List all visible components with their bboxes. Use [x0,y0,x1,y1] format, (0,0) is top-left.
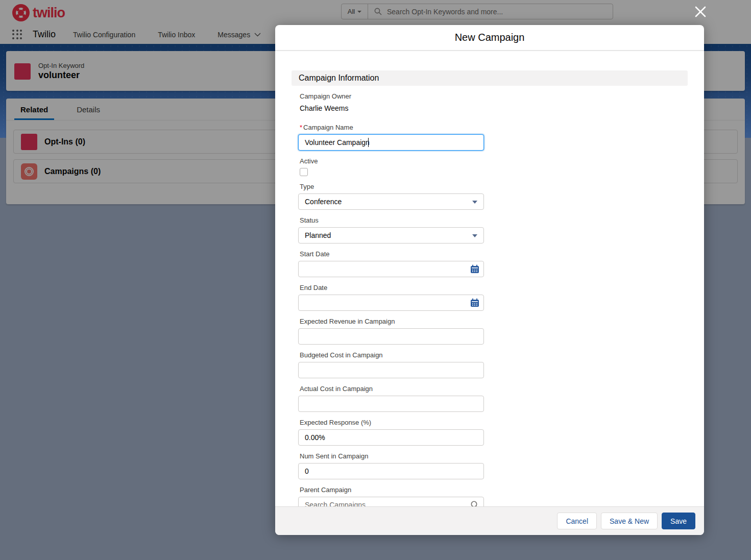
save-button[interactable]: Save [662,513,695,529]
campaign-name-input[interactable] [298,134,484,151]
type-select[interactable]: Conference [298,193,484,210]
modal-body: Campaign Information Campaign Owner Char… [275,52,704,506]
status-select[interactable]: Planned [298,227,484,244]
field-label: Campaign Owner [300,92,484,101]
modal-header: New Campaign [275,25,704,51]
start-date-input[interactable] [298,261,484,277]
field-expected-revenue: Expected Revenue in Campaign [298,318,484,345]
text-cursor [368,138,369,147]
field-actual-cost: Actual Cost in Campaign [298,385,484,412]
modal-title: New Campaign [455,32,525,43]
field-label: Parent Campaign [300,486,484,494]
field-label: Expected Response (%) [300,419,484,427]
active-checkbox[interactable] [300,168,308,176]
field-active: Active [298,157,484,176]
field-budgeted-cost: Budgeted Cost in Campaign [298,351,484,378]
calendar-icon[interactable] [470,298,479,307]
field-expected-response: Expected Response (%) [298,419,484,446]
new-campaign-modal: New Campaign Campaign Information Campai… [275,25,704,535]
field-label: Active [300,157,484,165]
field-status: Status Planned [298,216,484,244]
calendar-icon[interactable] [470,264,479,274]
save-and-new-button[interactable]: Save & New [601,513,658,529]
end-date-input[interactable] [298,295,484,311]
field-end-date: End Date [298,284,484,311]
actual-cost-input[interactable] [298,396,484,412]
field-type: Type Conference [298,183,484,210]
cancel-button[interactable]: Cancel [557,513,597,529]
required-asterisk: * [300,124,302,131]
field-start-date: Start Date [298,250,484,277]
num-sent-input[interactable] [298,463,484,479]
expected-response-input[interactable] [298,429,484,446]
chevron-down-icon [472,201,477,204]
expected-revenue-input[interactable] [298,328,484,345]
field-label: Expected Revenue in Campaign [300,318,484,326]
budgeted-cost-input[interactable] [298,362,484,378]
field-label: Num Sent in Campaign [300,452,484,460]
chevron-down-icon [472,234,477,237]
modal-footer: Cancel Save & New Save [275,506,704,535]
field-label: *Campaign Name [300,124,484,132]
field-campaign-name: *Campaign Name [298,124,484,151]
field-parent-campaign: Parent Campaign [298,486,484,506]
field-num-sent: Num Sent in Campaign [298,452,484,479]
field-campaign-owner: Campaign Owner Charlie Weems [298,92,484,113]
field-label: Start Date [300,250,484,258]
field-label: Actual Cost in Campaign [300,385,484,393]
parent-campaign-lookup-input[interactable] [298,497,484,506]
campaign-owner-value: Charlie Weems [300,103,484,113]
field-label: Status [300,216,484,225]
section-header-campaign-information: Campaign Information [292,70,688,86]
search-icon [470,500,479,506]
modal-close-icon[interactable] [693,5,708,19]
field-label: Budgeted Cost in Campaign [300,351,484,359]
field-label: End Date [300,284,484,292]
field-label: Type [300,183,484,191]
